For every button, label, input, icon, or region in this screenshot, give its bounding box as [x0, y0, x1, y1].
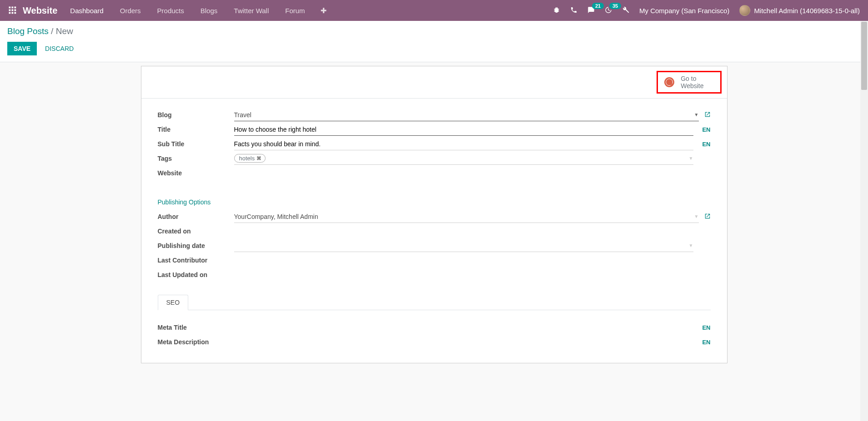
breadcrumb-root[interactable]: Blog Posts [7, 26, 49, 36]
control-panel: Blog Posts / New SAVE DISCARD [0, 21, 868, 62]
external-link-icon[interactable] [704, 111, 711, 119]
top-nav: Dashboard Orders Products Blogs Twitter … [70, 7, 305, 15]
chevron-down-icon: ▼ [689, 243, 693, 248]
nav-dashboard[interactable]: Dashboard [70, 7, 103, 15]
chevron-down-icon: ▼ [689, 156, 693, 161]
svg-rect-1 [12, 6, 14, 8]
goto-line2: Website [681, 82, 703, 89]
nav-blogs[interactable]: Blogs [201, 7, 218, 15]
label-website: Website [158, 169, 234, 177]
author-value: YourCompany, Mitchell Admin [234, 213, 692, 220]
svg-rect-0 [9, 6, 11, 8]
avatar [739, 5, 750, 16]
tag-text: hotels [239, 155, 255, 162]
tag-remove-icon[interactable]: ✖ [256, 155, 261, 162]
nav-orders[interactable]: Orders [120, 7, 141, 15]
debug-icon[interactable] [622, 6, 629, 15]
svg-rect-6 [9, 12, 11, 14]
activity-badge: 35 [609, 3, 621, 9]
external-link-icon[interactable] [704, 213, 711, 221]
chat-icon[interactable]: 21 [587, 6, 595, 15]
apps-icon[interactable] [8, 6, 16, 15]
author-select[interactable]: YourCompany, Mitchell Admin ▼ [234, 210, 699, 223]
seo-body: Meta Title EN Meta Description EN [158, 310, 711, 349]
svg-rect-7 [12, 12, 14, 14]
blog-select[interactable]: Travel ▼ [234, 109, 699, 121]
label-tags: Tags [158, 155, 234, 162]
brand[interactable]: Website [23, 5, 57, 16]
lang-title[interactable]: EN [700, 126, 711, 133]
topbar: Website Dashboard Orders Products Blogs … [0, 0, 868, 21]
save-button[interactable]: SAVE [7, 42, 37, 55]
topbar-right: 21 35 My Company (San Francisco) Mitchel… [553, 5, 860, 16]
label-title: Title [158, 126, 234, 133]
sheet-header: Go to Website [141, 66, 727, 99]
nav-forum[interactable]: Forum [285, 7, 305, 15]
chevron-down-icon: ▼ [694, 214, 699, 219]
label-lastupd: Last Updated on [158, 271, 234, 278]
activity-icon[interactable]: 35 [605, 6, 612, 15]
user-menu[interactable]: Mitchell Admin (14069683-15-0-all) [739, 5, 860, 16]
chat-badge: 21 [592, 3, 604, 9]
svg-rect-2 [15, 6, 16, 8]
sheet-wrap: Go to Website Blog Travel ▼ Title [0, 62, 868, 381]
svg-rect-3 [9, 9, 11, 11]
label-blog: Blog [158, 111, 234, 119]
label-lastcontrib: Last Contributor [158, 257, 234, 264]
subtitle-value[interactable] [234, 140, 693, 148]
globe-icon [664, 77, 674, 87]
bug-icon[interactable] [553, 6, 560, 15]
goto-text: Go to Website [681, 75, 703, 89]
label-created: Created on [158, 228, 234, 235]
label-subtitle: Sub Title [158, 140, 234, 148]
lang-metadesc[interactable]: EN [700, 339, 711, 346]
subtitle-input[interactable] [234, 138, 693, 150]
breadcrumb-sep: / [51, 26, 53, 36]
label-author: Author [158, 213, 234, 220]
label-metadesc: Meta Description [158, 338, 234, 346]
company-selector[interactable]: My Company (San Francisco) [639, 7, 729, 15]
title-input[interactable] [234, 123, 693, 136]
tags-input[interactable]: hotels ✖ ▼ [234, 152, 693, 165]
new-content-icon[interactable]: ✚ [321, 6, 326, 15]
form-body: Blog Travel ▼ Title EN [141, 99, 727, 363]
section-publishing: Publishing Options [158, 198, 711, 206]
svg-rect-8 [15, 12, 16, 14]
nav-products[interactable]: Products [157, 7, 184, 15]
label-pubdate: Publishing date [158, 242, 234, 249]
label-metatitle: Meta Title [158, 324, 234, 331]
user-label: Mitchell Admin (14069683-15-0-all) [754, 7, 860, 15]
breadcrumb-current: New [56, 26, 73, 36]
blog-value: Travel [234, 111, 692, 119]
lang-metatitle[interactable]: EN [700, 324, 711, 331]
lang-subtitle[interactable]: EN [700, 141, 711, 148]
tab-seo[interactable]: SEO [158, 295, 189, 310]
title-value[interactable] [234, 126, 693, 133]
tabs: SEO [158, 295, 711, 310]
form-sheet: Go to Website Blog Travel ▼ Title [141, 66, 728, 363]
svg-rect-5 [15, 9, 16, 11]
tag-chip[interactable]: hotels ✖ [234, 154, 266, 163]
breadcrumb: Blog Posts / New [7, 26, 861, 36]
scrollbar[interactable] [860, 21, 868, 381]
chevron-down-icon: ▼ [694, 112, 699, 117]
scrollbar-thumb[interactable] [861, 22, 867, 90]
go-to-website-button[interactable]: Go to Website [657, 71, 721, 94]
svg-rect-4 [12, 9, 14, 11]
pubdate-input[interactable]: ▼ [234, 239, 693, 252]
goto-line1: Go to [681, 75, 703, 82]
actions: SAVE DISCARD [7, 42, 861, 55]
phone-icon[interactable] [570, 6, 577, 15]
nav-twitterwall[interactable]: Twitter Wall [234, 7, 269, 15]
discard-button[interactable]: DISCARD [45, 42, 74, 55]
